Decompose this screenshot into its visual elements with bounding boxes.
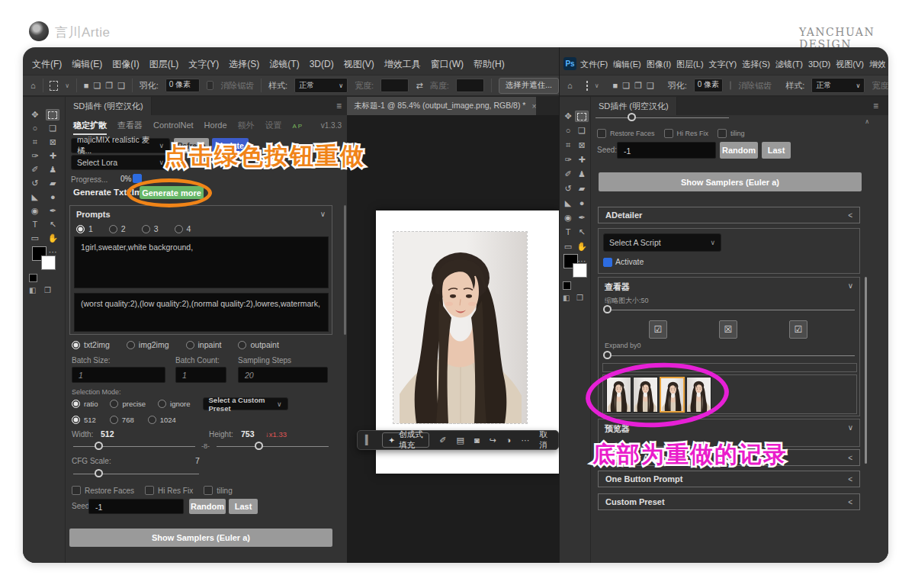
- selmode-precise[interactable]: precise: [110, 400, 146, 408]
- width-input[interactable]: [380, 79, 409, 92]
- background-color[interactable]: [573, 263, 587, 278]
- clone-stamp-tool[interactable]: ♟: [575, 169, 589, 180]
- slice-tool[interactable]: ⊠: [575, 140, 589, 151]
- menu-item-10[interactable]: 增效工具: [384, 58, 421, 71]
- lora-dropdown[interactable]: Select Lora∨: [71, 155, 170, 170]
- tiling-checkbox[interactable]: [204, 486, 213, 495]
- menu-item-5[interactable]: 文字(Y): [188, 58, 219, 71]
- object-selection-tool[interactable]: ❏: [575, 125, 589, 137]
- selection-mode-r-4-icon[interactable]: ❑: [647, 81, 654, 91]
- show-samplers-button[interactable]: Show Samplers (Euler a): [599, 172, 862, 191]
- antialias-checkbox[interactable]: [207, 81, 214, 90]
- size-768[interactable]: 768: [110, 416, 134, 424]
- one-button-prompt-header[interactable]: One Button Prompt<: [598, 471, 860, 487]
- eyedropper-tool[interactable]: ✑: [561, 154, 575, 165]
- menu-item-6[interactable]: 选择(S): [229, 58, 259, 71]
- panel-tab-sd-plugin[interactable]: SD插件 (明空汉化): [66, 97, 152, 115]
- menu-item-8[interactable]: 3D(D): [808, 59, 830, 69]
- mode-txt2img[interactable]: txt2img: [72, 340, 110, 349]
- tab-horde[interactable]: Horde: [204, 120, 227, 130]
- prompt-slot-4[interactable]: 4: [175, 224, 191, 233]
- tab-extra[interactable]: 额外: [238, 120, 255, 131]
- activate-checkbox[interactable]: [603, 258, 612, 267]
- style-dropdown[interactable]: 正常∨: [294, 78, 348, 93]
- hand-tool[interactable]: ✋: [46, 233, 59, 244]
- screen-mode-icon[interactable]: ❐: [44, 286, 51, 294]
- cancel-button[interactable]: 取消: [539, 429, 551, 451]
- cfg-slider[interactable]: [73, 469, 199, 478]
- height-input[interactable]: [456, 79, 484, 92]
- home-icon[interactable]: ⌂: [30, 81, 36, 90]
- dodge-tool[interactable]: ◉: [28, 205, 42, 217]
- tab-stable-diffusion[interactable]: 稳定扩散: [73, 120, 107, 135]
- menu-item-7[interactable]: 滤镜(T): [269, 58, 299, 71]
- last-seed-button[interactable]: Last: [762, 142, 791, 159]
- home-icon[interactable]: ⌂: [567, 81, 573, 90]
- panel-menu-icon[interactable]: ≡: [873, 101, 878, 111]
- generated-image-selection[interactable]: [393, 231, 528, 424]
- move-tool[interactable]: ✥: [28, 109, 42, 120]
- sampling-steps-input[interactable]: 20: [238, 367, 328, 383]
- prompts-collapse-icon[interactable]: ∨: [320, 210, 326, 218]
- lasso-tool[interactable]: ○: [28, 123, 42, 134]
- selection-mode-r-1-icon[interactable]: ■: [613, 81, 618, 91]
- path-select-tool[interactable]: ↖: [46, 219, 59, 230]
- menu-item-9[interactable]: 视图(V): [836, 59, 864, 70]
- crop-tool[interactable]: ⌗: [28, 137, 42, 148]
- object-selection-tool[interactable]: ❏: [46, 123, 59, 134]
- marquee-tool-icon[interactable]: [50, 81, 58, 91]
- taskbar-2-icon[interactable]: ▤: [456, 435, 464, 445]
- pen-tool[interactable]: ✒: [575, 212, 589, 223]
- menu-item-1[interactable]: 文件(F): [32, 58, 62, 71]
- prompt-slot-3[interactable]: 3: [142, 224, 159, 233]
- menu-item-2[interactable]: 编辑(E): [613, 59, 641, 70]
- mode-img2img[interactable]: img2img: [127, 340, 169, 349]
- viewer-collapse-icon[interactable]: ∨: [848, 281, 853, 290]
- menu-item-6[interactable]: 选择(S): [742, 59, 770, 70]
- restore-faces-checkbox[interactable]: [597, 129, 606, 138]
- prompt-slot-2[interactable]: 2: [109, 224, 126, 233]
- shape-tool[interactable]: ▭: [28, 233, 42, 244]
- custom-preset-dropdown[interactable]: Select a Custom Preset∨: [203, 397, 288, 410]
- slice-tool[interactable]: ⊠: [46, 137, 59, 148]
- batch-count-input[interactable]: 1: [175, 367, 226, 383]
- menu-item-1[interactable]: 文件(F): [580, 59, 608, 70]
- marquee-tool-icon[interactable]: [586, 81, 588, 91]
- tiling-checkbox[interactable]: [718, 129, 727, 138]
- dodge-tool[interactable]: ◉: [561, 212, 575, 223]
- marquee-caret-icon[interactable]: ∨: [65, 82, 69, 89]
- blur-tool[interactable]: ●: [575, 198, 589, 209]
- background-color[interactable]: [41, 255, 56, 270]
- seed-input[interactable]: -1: [88, 499, 184, 514]
- mode-inpaint[interactable]: inpaint: [186, 340, 222, 349]
- shape-tool[interactable]: ▭: [561, 241, 575, 252]
- swap-dimensions-icon[interactable]: ⇄: [416, 81, 422, 91]
- panel-scrollbar-left[interactable]: [344, 205, 346, 335]
- viewer-check-2-icon[interactable]: ☒: [719, 320, 737, 339]
- menu-item-3[interactable]: 图像(I): [647, 59, 671, 70]
- history-brush-tool[interactable]: ↺: [561, 183, 575, 194]
- panel-scrollbar-right[interactable]: [865, 277, 867, 464]
- selection-mode-1-icon[interactable]: ■: [84, 81, 89, 91]
- select-and-mask-button[interactable]: 选择并遮住...: [499, 78, 559, 94]
- seed-input[interactable]: -1: [617, 142, 716, 159]
- adetailer-header[interactable]: ADetailer<: [598, 207, 860, 223]
- type-tool[interactable]: T: [28, 219, 42, 230]
- move-tool[interactable]: ✥: [561, 111, 575, 122]
- quick-mask-icon[interactable]: ◧: [29, 286, 36, 294]
- antialias-checkbox[interactable]: [730, 81, 731, 90]
- menu-item-2[interactable]: 编辑(E): [72, 58, 102, 71]
- healing-brush-tool[interactable]: ✚: [46, 150, 59, 162]
- taskbar-4-icon[interactable]: ↪: [490, 435, 496, 445]
- menu-item-9[interactable]: 视图(V): [344, 58, 374, 71]
- taskbar-3-icon[interactable]: ◙: [474, 435, 480, 445]
- taskbar-6-icon[interactable]: ⋯: [521, 435, 529, 445]
- blur-tool[interactable]: ●: [46, 191, 59, 203]
- gradient-tool[interactable]: ◣: [561, 198, 575, 209]
- show-samplers-button[interactable]: Show Samplers (Euler a): [69, 529, 332, 547]
- scroll-up-icon[interactable]: ∧: [865, 118, 869, 125]
- selection-mode-2-icon[interactable]: ❏: [93, 81, 101, 91]
- thumb-size-slider[interactable]: [603, 305, 855, 314]
- color-swatches[interactable]: [563, 254, 586, 277]
- size-512[interactable]: 512: [72, 416, 96, 424]
